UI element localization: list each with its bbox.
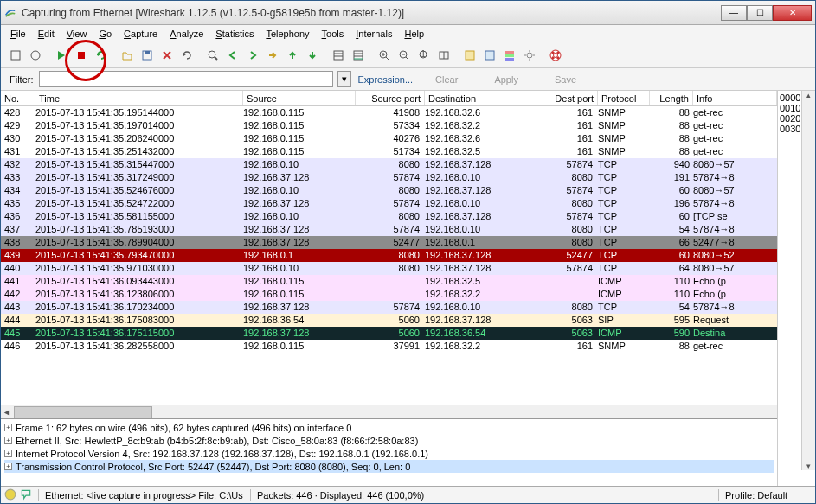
help-icon[interactable] [546,46,565,65]
save-icon[interactable] [138,46,157,65]
svg-rect-26 [485,51,494,60]
menu-view[interactable]: View [61,27,93,41]
col-source[interactable]: Source [243,91,356,105]
start-capture-icon[interactable] [52,46,71,65]
menu-tools[interactable]: Tools [316,27,350,41]
status-profile[interactable]: Profile: Default [725,490,812,501]
restart-capture-icon[interactable] [92,46,111,65]
window-title: Capturing from Ethernet [Wireshark 1.12.… [22,7,721,19]
table-row[interactable]: 4442015-07-13 15:41:36.175083000192.168.… [1,314,777,327]
table-row[interactable]: 4372015-07-13 15:41:35.785193000192.168.… [1,223,777,236]
table-row[interactable]: 4382015-07-13 15:41:35.789904000192.168.… [1,236,777,249]
svg-line-15 [386,57,389,60]
table-row[interactable]: 4352015-07-13 15:41:35.524722000192.168.… [1,197,777,210]
col-info[interactable]: Info [693,91,777,105]
table-row[interactable]: 4342015-07-13 15:41:35.524676000192.168.… [1,184,777,197]
column-headers: No. Time Source Source port Destination … [1,91,777,106]
clear-button[interactable]: Clear [420,74,473,85]
filter-input[interactable] [39,71,333,87]
zoom-reset-icon[interactable]: 1 [414,46,434,65]
go-last-icon[interactable] [303,46,322,65]
coloring-rules-icon[interactable] [500,46,519,65]
menu-analyze[interactable]: Analyze [164,27,209,41]
preferences-icon[interactable] [520,46,539,65]
minimize-button[interactable]: — [721,5,747,21]
tree-item[interactable]: +Frame 1: 62 bytes on wire (496 bits), 6… [4,421,774,434]
table-row[interactable]: 4432015-07-13 15:41:36.170234000192.168.… [1,301,777,314]
open-icon[interactable] [118,46,137,65]
filter-dropdown-icon[interactable]: ▾ [337,71,351,87]
col-source-port[interactable]: Source port [356,91,425,105]
reload-icon[interactable] [177,46,196,65]
col-dest-port[interactable]: Dest port [537,91,598,105]
expand-icon[interactable]: + [4,437,12,444]
menu-file[interactable]: File [4,27,32,41]
expand-icon[interactable]: + [4,450,12,457]
svg-point-33 [5,489,16,500]
col-no[interactable]: No. [1,91,35,105]
table-row[interactable]: 4302015-07-13 15:41:35.206240000192.168.… [1,132,777,145]
display-filters-icon[interactable] [480,46,499,65]
table-row[interactable]: 4452015-07-13 15:41:36.175115000192.168.… [1,327,777,340]
menu-internals[interactable]: Internals [350,27,398,41]
table-row[interactable]: 4362015-07-13 15:41:35.581155000192.168.… [1,210,777,223]
toolbar: 1 [1,42,815,68]
resize-columns-icon[interactable] [434,46,453,65]
apply-button[interactable]: Apply [479,74,534,85]
expand-icon[interactable]: + [4,424,12,431]
close-button[interactable]: ✕ [773,5,812,21]
tree-item[interactable]: +Ethernet II, Src: HewlettP_8c:b9:ab (b4… [4,434,774,447]
packet-list-pane: No. Time Source Source port Destination … [1,91,777,486]
expression-button[interactable]: Expression... [357,74,415,85]
svg-rect-28 [505,54,514,57]
table-row[interactable]: 4422015-07-13 15:41:36.123806000192.168.… [1,288,777,301]
menu-edit[interactable]: Edit [32,27,61,41]
colorize-icon[interactable] [329,46,348,65]
autoscroll-icon[interactable] [349,46,368,65]
col-time[interactable]: Time [35,91,243,105]
interfaces-icon[interactable] [6,46,25,65]
table-row[interactable]: 4332015-07-13 15:41:35.317249000192.168.… [1,171,777,184]
go-back-icon[interactable] [223,46,242,65]
options-icon[interactable] [26,46,45,65]
svg-point-1 [31,51,40,60]
svg-rect-25 [466,51,474,60]
save-filter-button[interactable]: Save [539,74,592,85]
table-row[interactable]: 4392015-07-13 15:41:35.793470000192.168.… [1,249,777,262]
table-row[interactable]: 4402015-07-13 15:41:35.971030000192.168.… [1,262,777,275]
find-icon[interactable] [203,46,222,65]
vertical-scrollbar[interactable]: ▴▾ [801,91,815,470]
capture-comment-icon[interactable] [20,488,32,502]
expert-info-icon[interactable] [4,488,16,502]
go-first-icon[interactable] [283,46,302,65]
table-row[interactable]: 4292015-07-13 15:41:35.197014000192.168.… [1,119,777,132]
go-to-icon[interactable] [263,46,282,65]
capture-filters-icon[interactable] [460,46,479,65]
table-row[interactable]: 4462015-07-13 15:41:36.282558000192.168.… [1,340,777,353]
tree-item[interactable]: +Internet Protocol Version 4, Src: 192.1… [4,447,774,460]
tree-item[interactable]: +Transmission Control Protocol, Src Port… [4,460,774,473]
svg-line-19 [406,57,408,60]
menu-go[interactable]: Go [93,27,118,41]
table-row[interactable]: 4312015-07-13 15:41:35.251432000192.168.… [1,145,777,158]
svg-rect-0 [11,51,20,60]
go-forward-icon[interactable] [243,46,262,65]
col-protocol[interactable]: Protocol [598,91,650,105]
col-length[interactable]: Length [650,91,693,105]
close-file-icon[interactable] [157,46,177,65]
table-row[interactable]: 4282015-07-13 15:41:35.195144000192.168.… [1,106,777,119]
col-destination[interactable]: Destination [425,91,537,105]
maximize-button[interactable]: ☐ [747,5,773,21]
menu-capture[interactable]: Capture [118,27,164,41]
horizontal-scrollbar[interactable]: ◄ [1,405,777,418]
table-row[interactable]: 4412015-07-13 15:41:36.093443000192.168.… [1,275,777,288]
menu-telephony[interactable]: Telephony [260,27,315,41]
zoom-in-icon[interactable] [375,46,394,65]
table-row[interactable]: 4322015-07-13 15:41:35.315447000192.168.… [1,158,777,171]
zoom-out-icon[interactable] [395,46,414,65]
filter-bar: Filter: ▾ Expression... Clear Apply Save [1,68,815,91]
menu-statistics[interactable]: Statistics [209,27,260,41]
expand-icon[interactable]: + [4,463,12,470]
stop-capture-icon[interactable] [72,46,91,65]
menu-help[interactable]: Help [398,27,430,41]
